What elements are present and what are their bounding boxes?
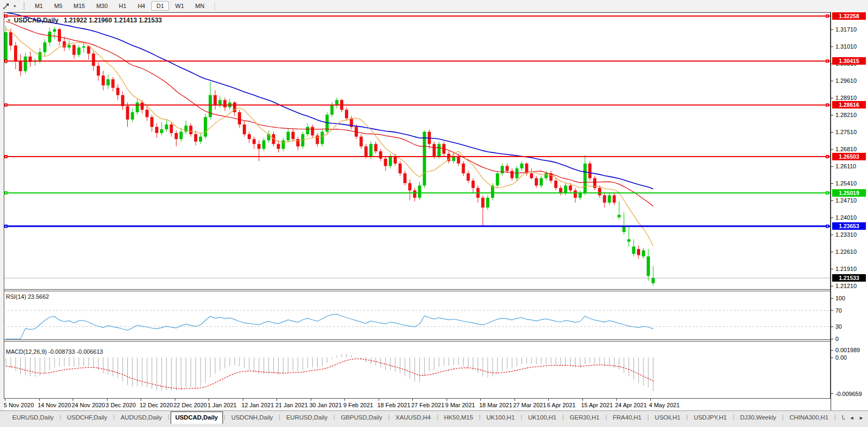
chart-tab-usdcnh-daily[interactable]: USDCNH,Daily [226, 412, 278, 424]
macd-indicator-label: MACD(12,26,9) -0.008733 -0.006613 [6, 348, 103, 355]
time-axis[interactable]: 5 Nov 202014 Nov 202024 Nov 20203 Dec 20… [4, 398, 831, 411]
candle-body [525, 164, 528, 173]
candle-body [4, 32, 7, 61]
candle-body [209, 95, 212, 117]
axis-tick-mark [831, 310, 833, 310]
chart-tab-xauusd-h4[interactable]: XAUUSD,H4 [391, 412, 436, 424]
chart-tab-usoil-h1[interactable]: USOil,H1 [650, 412, 685, 424]
chart-tab-uk100-h1[interactable]: UK100,H1 [523, 412, 561, 424]
time-tick-mark [616, 399, 617, 401]
chart-tab-fra40-h1[interactable]: FRA40,H1 [608, 412, 647, 424]
candle-body [520, 164, 524, 168]
price-tick: 1.22610 [831, 248, 857, 255]
chart-background[interactable] [4, 12, 831, 398]
time-tick-mark [514, 399, 515, 401]
chart-collapse-icon[interactable]: ▼ [7, 18, 11, 23]
timeframe-button-m15[interactable]: M15 [69, 1, 90, 11]
toolbar-grip[interactable] [23, 2, 26, 10]
price-level-label[interactable]: 1.28616 [832, 101, 866, 108]
candle-body [141, 103, 144, 110]
candle-body [150, 117, 153, 127]
candle-body [423, 132, 426, 186]
tab-scroll-right-icon[interactable]: ► [859, 415, 864, 421]
axis-tick-mark [831, 269, 833, 269]
timeframe-button-d1[interactable]: D1 [151, 1, 168, 11]
price-level-label[interactable]: 1.23653 [832, 222, 866, 230]
price-level-label[interactable]: 1.26503 [832, 153, 866, 160]
price-tick-text: 1.27510 [835, 129, 857, 135]
chart-title: ▼ USDCAD,Daily 1.21922 1.21960 1.21413 1… [7, 17, 162, 24]
tab-scroll-left-icon[interactable]: ◄ [849, 415, 854, 421]
chart-tab-audusd-daily[interactable]: AUDUSD,Daily [116, 412, 166, 424]
axis-tick-mark [831, 218, 833, 218]
chart-tab-dj30-weekly[interactable]: DJ30,Weekly [735, 412, 781, 424]
time-label: 12 Dec 2020 [140, 402, 173, 408]
price-tick: 1.26810 [831, 145, 857, 153]
chart-tab-hk50-m15[interactable]: HK50,M15 [439, 412, 478, 424]
candle-body [345, 110, 348, 118]
timeframe-button-m5[interactable]: M5 [49, 1, 67, 11]
chart-tab-ger30-h1[interactable]: GER30,H1 [565, 412, 604, 424]
timeframe-button-w1[interactable]: W1 [171, 1, 189, 11]
chart-tab-eurusd-daily[interactable]: EURUSD,Daily [7, 412, 58, 424]
time-tick-mark [243, 399, 243, 401]
timeframe-button-mn[interactable]: MN [190, 1, 209, 11]
time-label: 24 Nov 2020 [72, 402, 105, 408]
chart-tab-gbpusd-daily[interactable]: GBPUSD,Daily [336, 412, 387, 424]
tab-separator: | [520, 412, 524, 424]
candle-body [111, 79, 114, 88]
axis-tick-mark [831, 149, 833, 150]
axis-tick-mark [831, 350, 833, 351]
timeframe-button-h1[interactable]: H1 [114, 1, 131, 11]
chart-tab-eurusd-daily[interactable]: EURUSD,Daily [281, 412, 332, 424]
chart-tab-china300-h1[interactable]: CHINA300,H1 [785, 412, 833, 424]
candle-body [510, 171, 513, 178]
chart-tab-usdcad-daily[interactable]: USDCAD,Daily [171, 412, 223, 424]
price-tick-text: 1.23310 [835, 231, 857, 238]
candle-body [48, 32, 51, 42]
line-endpoint-marker-center [5, 104, 6, 105]
axis-tick-mark [831, 327, 833, 327]
chart-tab-usdjpy-h1[interactable]: USDJPY,H1 [689, 412, 732, 424]
time-label: 6 Apr 2021 [547, 402, 575, 408]
current-price-label[interactable]: 1.21533 [832, 274, 866, 282]
price-level-label[interactable]: 1.25019 [832, 189, 866, 197]
rsi-tick: 30 [831, 323, 842, 330]
price-axis[interactable]: 1.317101.310101.303101.296101.289101.282… [831, 12, 868, 410]
chart-tab-uk100-h1[interactable]: UK100,H1 [481, 412, 519, 424]
candle-body [608, 195, 611, 203]
candle-body [413, 190, 416, 198]
chart-canvas[interactable] [4, 12, 831, 398]
candle-body [637, 249, 640, 255]
candle-body [403, 173, 406, 183]
candle-body [632, 246, 635, 254]
price-tick-text: 1.25410 [835, 180, 857, 187]
candle-body [291, 132, 295, 139]
timeframe-button-h4[interactable]: H4 [133, 1, 150, 11]
timeframe-button-m30[interactable]: M30 [91, 1, 112, 11]
rsi-tick-text: 70 [835, 307, 842, 314]
timeframe-button-m1[interactable]: M1 [30, 1, 48, 11]
candle-body [131, 112, 134, 120]
axis-tick-mark [831, 81, 833, 81]
dropdown-caret-icon[interactable]: ▼ [13, 4, 17, 8]
candle-body [384, 159, 387, 166]
cursor-tool-icon[interactable] [1, 2, 12, 10]
time-tick-mark [175, 399, 175, 401]
price-tick-text: 1.24710 [835, 197, 857, 204]
chart-tab-usdchf-daily[interactable]: USDCHF,Daily [62, 412, 112, 424]
toolbar: ▼ M1M5M15M30H1H4D1W1MN [0, 0, 868, 12]
candle-body [505, 166, 509, 171]
candle-body [398, 164, 402, 173]
tab-separator: | [478, 412, 482, 424]
line-endpoint-marker-center [5, 156, 6, 157]
chart-ohlc-values: 1.21922 1.21960 1.21413 1.21533 [64, 17, 162, 24]
price-level-label[interactable]: 1.32258 [832, 12, 866, 20]
candle-body [389, 156, 392, 166]
candle-body [63, 41, 66, 47]
price-level-label[interactable]: 1.30415 [832, 57, 866, 65]
candle-body [486, 198, 489, 207]
candle-body [160, 129, 163, 133]
time-tick-mark [412, 399, 413, 401]
candle-body [165, 125, 168, 129]
